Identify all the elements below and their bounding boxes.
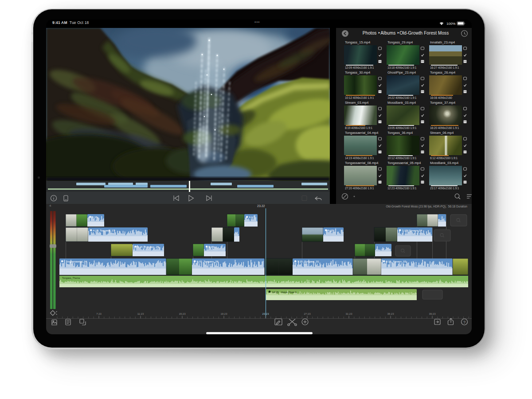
svg-text:6:15: 6:15 <box>328 229 334 232</box>
svg-text:5:15: 5:15 <box>92 215 98 219</box>
svg-text:Tongassaerial_04: Tongassaerial_04 <box>64 260 87 263</box>
svg-text:6:1: 6:1 <box>249 215 253 219</box>
svg-text:14:15 Voice Over 1: 14:15 Voice Over 1 <box>272 290 297 293</box>
svg-text:Tongass_Theme: Tongass_Theme <box>62 277 80 279</box>
svg-text:6:15 Tongass_28: 6:15 Tongass_28 <box>197 260 219 263</box>
svg-text:4:15 Tongass_17: 4:15 Tongass_17 <box>93 229 115 232</box>
svg-text:9:05: 9:05 <box>209 245 215 248</box>
svg-text:5:15 Tongass_26: 5:15 Tongass_26 <box>137 245 159 248</box>
svg-text:100%: 100% <box>446 22 455 26</box>
svg-text:?: ? <box>463 320 466 325</box>
svg-text:7:15 Stream_04: 7:15 Stream_04 <box>402 229 422 232</box>
svg-text:5:15 Stream_03: 5:15 Stream_03 <box>386 260 407 263</box>
svg-text:7:15 Tongass_31: 7:15 Tongass_31 <box>297 260 319 263</box>
